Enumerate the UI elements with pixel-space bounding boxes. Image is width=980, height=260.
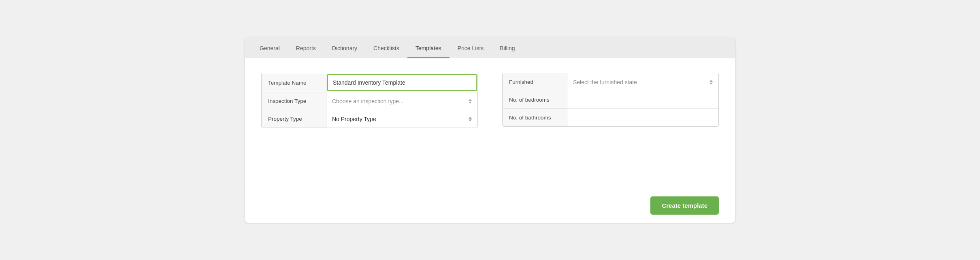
label-bedrooms: No. of bedrooms (503, 91, 567, 109)
tab-reports[interactable]: Reports (288, 39, 324, 58)
tab-dictionary[interactable]: Dictionary (324, 39, 365, 58)
field-furnished: Select the furnished state (567, 74, 718, 91)
main-content: Template Name Inspection Type Choose an … (245, 58, 735, 188)
field-template-name (326, 73, 477, 92)
form-section-right: Furnished Select the furnished state No.… (502, 73, 719, 128)
label-property-type: Property Type (262, 110, 326, 128)
form-row-property-type: Property Type No Property Type (261, 110, 478, 128)
app-container: General Reports Dictionary Checklists Te… (245, 37, 735, 223)
label-template-name: Template Name (262, 74, 326, 92)
label-inspection-type: Inspection Type (262, 92, 326, 110)
field-bedrooms (567, 92, 718, 109)
form-row-inspection-type: Inspection Type Choose an inspection typ… (261, 92, 478, 110)
label-furnished: Furnished (503, 73, 567, 91)
tab-billing[interactable]: Billing (492, 39, 523, 58)
field-property-type: No Property Type (326, 111, 477, 128)
tab-templates[interactable]: Templates (407, 39, 450, 58)
tab-checklists[interactable]: Checklists (365, 39, 407, 58)
inspection-type-select[interactable]: Choose an inspection type... (326, 93, 477, 110)
template-name-input[interactable] (327, 74, 477, 91)
form-row-bathrooms: No. of bathrooms (502, 109, 719, 127)
bathrooms-input[interactable] (567, 109, 718, 126)
form-row-furnished: Furnished Select the furnished state (502, 73, 719, 91)
tab-price-lists[interactable]: Price Lists (450, 39, 492, 58)
label-bathrooms: No. of bathrooms (503, 109, 567, 126)
create-template-button[interactable]: Create template (650, 196, 719, 215)
tab-bar: General Reports Dictionary Checklists Te… (245, 37, 735, 58)
furnished-select[interactable]: Select the furnished state (567, 74, 718, 91)
form-row-template-name: Template Name (261, 73, 478, 92)
bottom-bar: Create template (245, 188, 735, 223)
form-grid: Template Name Inspection Type Choose an … (261, 73, 719, 128)
bedrooms-input[interactable] (567, 92, 718, 109)
form-row-bedrooms: No. of bedrooms (502, 91, 719, 109)
form-section-left: Template Name Inspection Type Choose an … (261, 73, 478, 128)
property-type-select[interactable]: No Property Type (326, 111, 477, 128)
field-bathrooms (567, 109, 718, 126)
field-inspection-type: Choose an inspection type... (326, 93, 477, 110)
tab-general[interactable]: General (251, 39, 288, 58)
